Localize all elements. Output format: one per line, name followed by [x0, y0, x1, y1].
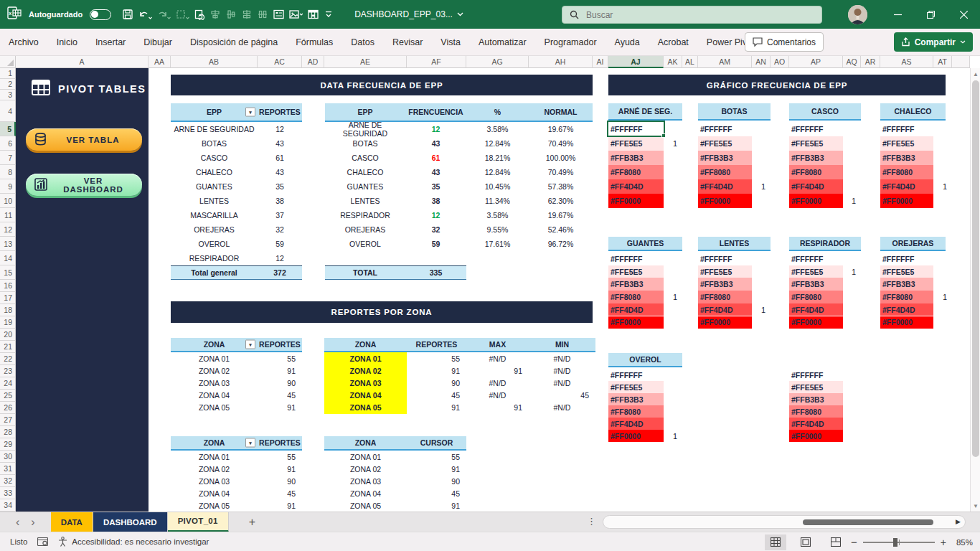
column-header-AG[interactable]: AG [466, 56, 529, 68]
row-header-24[interactable]: 24 [0, 377, 16, 390]
zona-name[interactable]: ZONA 03 [324, 475, 407, 487]
swatch-cell-chaleco[interactable]: #FF0000 [880, 194, 933, 208]
pivot-epp-table-header-0[interactable]: EPP▾ [171, 103, 258, 121]
frecuencia-value[interactable]: 43 [405, 165, 466, 179]
zona-reportes[interactable]: 91 [258, 402, 302, 414]
ribbon-tab-dibujar[interactable]: Dibujar [143, 37, 172, 47]
swatch-cell-casco[interactable]: #FFB3B3 [789, 151, 843, 165]
swatch-cell-guantes[interactable]: #FFE5E5 [608, 265, 664, 278]
pct-value[interactable]: 3.58% [466, 122, 529, 136]
swatch-cell-lentes[interactable]: #FF0000 [698, 316, 752, 329]
zona-reportes[interactable]: 91 [258, 499, 302, 512]
epp-name[interactable]: RESPIRADOR [325, 208, 405, 222]
ribbon-tab-vista[interactable]: Vista [440, 37, 461, 47]
epp-name[interactable]: MASCARILLA [171, 208, 258, 222]
ribbon-tab-insertar[interactable]: Insertar [95, 37, 126, 47]
search-input[interactable] [585, 9, 800, 21]
pivot-zona-table-header-0[interactable]: ZONA▾ [171, 338, 258, 351]
palette-marker-lentes[interactable]: 1 [737, 303, 765, 316]
swatch-cell-chaleco[interactable]: #FF8080 [880, 165, 933, 179]
ribbon-tab-datos[interactable]: Datos [351, 37, 374, 47]
swatch-cell-lentes[interactable]: #FFE5E5 [698, 265, 752, 278]
add-sheet-button[interactable]: + [249, 516, 255, 529]
epp-reportes[interactable]: 12 [258, 251, 302, 265]
frecuencia-table-header-1[interactable]: FRENCUENCIA [405, 103, 466, 121]
epp-reportes[interactable]: 43 [258, 165, 302, 179]
row-header-28[interactable]: 28 [0, 426, 16, 438]
ver-tabla-button[interactable]: VER TABLA [26, 128, 142, 151]
scroll-right-arrow[interactable]: ▶ [956, 518, 961, 525]
swatch-cell-casco[interactable]: #FFE5E5 [789, 136, 843, 151]
filter-dropdown-button[interactable]: ▾ [245, 108, 255, 117]
swatch-cell-orejeras[interactable]: #FFE5E5 [880, 265, 933, 278]
zona-max[interactable]: #N/D [466, 352, 529, 364]
swatch-cell-respirador[interactable]: #FF4D4D [789, 303, 843, 316]
epp-name[interactable]: LENTES [171, 194, 258, 208]
palette-header-botas[interactable]: BOTAS [698, 103, 771, 121]
epp-reportes[interactable]: 37 [258, 208, 302, 222]
comments-button[interactable]: Comentarios [745, 32, 824, 52]
swatch-cell-respirador[interactable]: #FF0000 [789, 316, 843, 329]
normal-value[interactable]: 96.72% [529, 237, 593, 251]
row-header-19[interactable]: 19 [0, 316, 16, 329]
palette-marker-botas[interactable]: 1 [737, 179, 765, 194]
row-header-9[interactable]: 9 [0, 179, 16, 194]
column-header-AA[interactable]: AA [149, 56, 171, 68]
zona-cursor[interactable]: 91 [407, 499, 466, 512]
swatch-cell-guantes[interactable]: #FFB3B3 [608, 278, 664, 291]
epp-reportes[interactable]: 38 [258, 194, 302, 208]
epp-name[interactable]: BOTAS [171, 136, 258, 151]
column-header-AM[interactable]: AM [698, 56, 752, 68]
frecuencia-table-header-0[interactable]: EPP [325, 103, 405, 121]
pivot-zona-table-header-1[interactable]: REPORTES [258, 436, 302, 449]
close-button[interactable] [947, 0, 980, 29]
palette-header-casco[interactable]: CASCO [789, 103, 861, 121]
align-middle-icon[interactable] [226, 9, 237, 20]
frecuencia-value[interactable]: 35 [405, 179, 466, 194]
document-title[interactable]: DASHBOARD_EPP_03... [354, 9, 463, 19]
zona-maxmin-table-header-2[interactable]: MAX [466, 338, 529, 351]
pivot-zona-table-header-1[interactable]: REPORTES [258, 338, 302, 351]
sheet-tab-pivot_01[interactable]: PIVOT_01 [168, 512, 229, 532]
swatch-cell-lentes[interactable]: #FFB3B3 [698, 278, 752, 291]
epp-reportes[interactable]: 61 [258, 151, 302, 165]
epp-name[interactable]: OVEROL [325, 237, 405, 251]
row-header-25[interactable]: 25 [0, 390, 16, 402]
swatch-cell-orejeras[interactable]: #FFB3B3 [880, 278, 933, 291]
ribbon-tab-inicio[interactable]: Inicio [57, 37, 77, 47]
ribbon-tab-automatizar[interactable]: Automatizar [479, 37, 527, 47]
pct-value[interactable]: 11.34% [466, 194, 529, 208]
zona-name[interactable]: ZONA 04 [324, 390, 407, 402]
table-style-icon[interactable] [308, 9, 319, 20]
frecuencia-table-header-3[interactable]: NORMAL [529, 103, 593, 121]
swatch-cell-overol[interactable]: #FFB3B3 [608, 393, 664, 405]
column-header-A[interactable]: A [16, 56, 149, 68]
palette-marker-respirador[interactable]: 1 [827, 265, 856, 278]
epp-name[interactable]: OREJERAS [325, 222, 405, 237]
accessibility-status[interactable]: Accesibilidad: es necesario investigar [58, 537, 209, 547]
zona-reportes[interactable]: 90 [258, 377, 302, 389]
zoom-slider[interactable] [863, 542, 935, 543]
ribbon-tab-disposici-n-de-p-gina[interactable]: Disposición de página [190, 37, 278, 47]
user-avatar[interactable] [848, 5, 867, 24]
zona-name[interactable]: ZONA 03 [324, 377, 407, 389]
zona-max[interactable]: #N/D [466, 390, 529, 402]
zona-reportes[interactable]: 91 [407, 402, 466, 414]
zona-cursor[interactable]: 90 [407, 475, 466, 487]
sheet-nav-left-arrow[interactable]: ‹ [16, 516, 19, 529]
column-header-AC[interactable]: AC [258, 56, 302, 68]
normal-value[interactable]: 70.49% [529, 165, 593, 179]
frecuencia-value[interactable]: 59 [405, 237, 466, 251]
swatch-cell-lentes[interactable]: #FFFFFF [698, 253, 752, 265]
normal-value[interactable]: 70.49% [529, 136, 593, 151]
row-header-31[interactable]: 31 [0, 463, 16, 475]
epp-name[interactable]: RESPIRADOR [171, 251, 258, 265]
zona-name[interactable]: ZONA 04 [171, 390, 258, 402]
zona-max[interactable]: #N/D [466, 377, 529, 389]
scroll-up-arrow[interactable]: ▲ [971, 68, 980, 80]
row-header-32[interactable]: 32 [0, 475, 16, 487]
swatch-cell-arn-de-seg-[interactable]: #FF0000 [608, 194, 664, 208]
page-break-view-icon[interactable] [825, 534, 847, 550]
row-header-16[interactable]: 16 [0, 280, 16, 292]
zona-min[interactable]: #N/D [529, 352, 595, 364]
